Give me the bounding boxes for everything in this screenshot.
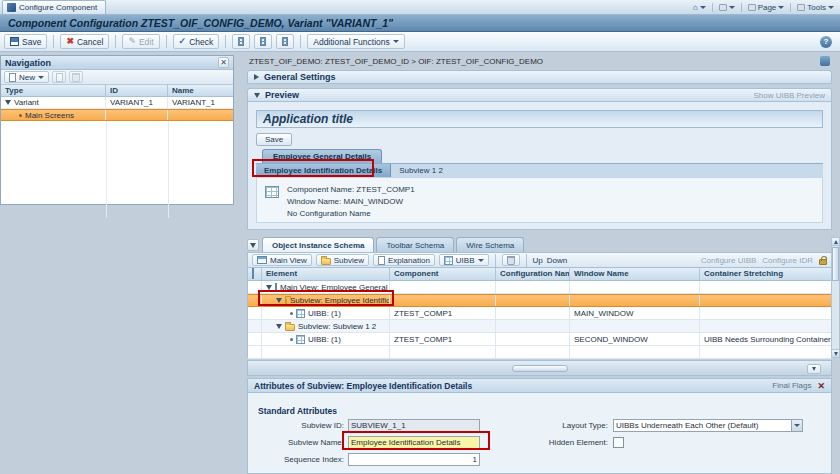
close-navigation-button[interactable]: ✕ <box>218 57 229 68</box>
close-attributes-button[interactable]: ✕ <box>817 381 825 391</box>
table-tool-button[interactable] <box>254 34 272 49</box>
help-button[interactable]: ? <box>820 36 832 48</box>
tab-object-instance-schema[interactable]: Object Instance Schema <box>262 237 374 252</box>
down-button[interactable]: Down <box>547 256 567 265</box>
final-flags-link[interactable]: Final Flags <box>772 381 811 390</box>
table-row[interactable]: Main View: Employee General Det... <box>248 281 831 294</box>
browser-tab[interactable]: Configure Component <box>2 0 106 14</box>
configure-uibb-button[interactable]: Configure UIBB <box>701 256 757 265</box>
page-menu[interactable]: Page <box>748 3 785 12</box>
layout-tool-button[interactable] <box>232 34 250 49</box>
up-button[interactable]: Up <box>533 256 543 265</box>
column-header-element[interactable]: Element <box>262 268 390 280</box>
subview-label: Subview <box>334 256 364 265</box>
expander-icon[interactable] <box>276 298 282 303</box>
subview-id-input[interactable] <box>348 419 480 432</box>
arrow-down-icon <box>834 352 838 356</box>
explanation-button[interactable]: Explanation <box>373 254 435 266</box>
home-button[interactable]: ⌂ <box>693 3 706 12</box>
tab-employee-general-details[interactable]: Employee General Details <box>262 149 382 163</box>
breadcrumb-text[interactable]: ZTEST_OIF_DEMO: ZTEST_OIF_DEMO_ID > OIF:… <box>249 57 543 66</box>
printer-icon <box>719 4 727 11</box>
table-row[interactable]: UIBB: (1) ZTEST_COMP1 MAIN_WINDOW <box>248 307 831 320</box>
delete-button[interactable] <box>69 71 83 83</box>
configuration-name-text: No Configuration Name <box>287 208 415 220</box>
bullet-icon <box>290 338 293 341</box>
splitter-grip[interactable] <box>512 365 568 372</box>
preview-save-button[interactable]: Save <box>256 133 292 146</box>
grid-tool-button[interactable] <box>276 34 294 49</box>
uibb-button[interactable]: UIBB <box>439 254 489 266</box>
edit-icon: ✎ <box>128 37 136 46</box>
sequence-index-input[interactable] <box>348 453 480 466</box>
chevron-down-icon <box>478 259 484 262</box>
tab-wire-schema[interactable]: Wire Schema <box>456 237 524 252</box>
collapse-schema-button[interactable] <box>247 239 259 251</box>
nav-row-variant[interactable]: Variant VARIANT_1 VARIANT_1 <box>1 97 233 109</box>
layout-type-dropdown[interactable]: UIBBs Underneath Each Other (Default) <box>613 419 803 432</box>
schema-column-headers: Element Component Configuration Name Win… <box>247 268 832 281</box>
dropdown-button[interactable] <box>791 420 802 431</box>
chevron-down-icon <box>794 424 800 427</box>
column-divider <box>106 121 107 218</box>
new-button[interactable]: New <box>4 71 49 83</box>
delete-row-button[interactable] <box>502 254 520 266</box>
copy-button[interactable] <box>52 71 66 83</box>
arrow-up-icon <box>834 240 838 244</box>
navigation-toolbar: New <box>1 70 233 85</box>
table-row[interactable]: UIBB: (1) ZTEST_COMP1 SECOND_WINDOW UIBB… <box>248 333 831 346</box>
save-button[interactable]: Save <box>4 34 47 49</box>
subtab-strip: Employee Identification Details Subview … <box>256 163 823 177</box>
column-header-window-name[interactable]: Window Name <box>570 268 700 280</box>
additional-functions-button[interactable]: Additional Functions <box>307 34 405 49</box>
expander-icon[interactable] <box>5 100 11 105</box>
subview-name-input[interactable] <box>348 436 480 449</box>
layout-type-label: Layout Type: <box>500 421 608 430</box>
page-title: Component Configuration ZTEST_OIF_CONFIG… <box>8 17 393 29</box>
check-button[interactable]: ✓ Check <box>173 34 220 49</box>
vertical-scrollbar[interactable] <box>831 237 840 358</box>
print-button[interactable] <box>719 4 735 11</box>
column-header-name[interactable]: Name <box>168 85 233 96</box>
general-settings-section[interactable]: General Settings <box>247 70 832 84</box>
table-row-selected[interactable]: Subview: Employee Identificati <box>248 294 831 307</box>
column-header-type[interactable]: Type <box>1 85 106 96</box>
column-header-component[interactable]: Component <box>390 268 496 280</box>
hidden-element-checkbox[interactable] <box>613 437 624 448</box>
configure-idr-button[interactable]: Configure IDR <box>762 256 813 265</box>
personalize-icon[interactable] <box>820 56 830 66</box>
collapse-icon[interactable] <box>254 93 260 98</box>
column-header-id[interactable]: ID <box>106 85 168 96</box>
divider <box>115 35 116 48</box>
sap-icon <box>7 3 16 12</box>
expand-icon[interactable] <box>254 74 259 80</box>
scroll-up-button[interactable] <box>832 238 839 246</box>
show-uibb-preview-link[interactable]: Show UIBB Preview <box>753 91 825 100</box>
main-view-label: Main View <box>270 256 307 265</box>
expander-icon[interactable] <box>266 285 272 290</box>
column-divider <box>168 121 169 218</box>
expander-icon[interactable] <box>276 324 282 329</box>
cancel-button[interactable]: ✖ Cancel <box>60 34 109 49</box>
tools-menu[interactable]: Tools <box>797 3 834 12</box>
horizontal-splitter[interactable] <box>247 360 832 376</box>
cancel-button-label: Cancel <box>77 37 103 47</box>
cancel-icon: ✖ <box>66 37 74 46</box>
collapse-panel-button[interactable] <box>807 364 821 374</box>
lock-icon <box>819 259 827 265</box>
scroll-down-button[interactable] <box>832 349 839 357</box>
subtab-employee-identification-details[interactable]: Employee Identification Details <box>256 164 391 178</box>
column-header-container-stretching[interactable]: Container Stretching <box>700 268 831 280</box>
nav-row-main-screens[interactable]: Main Screens <box>1 109 233 121</box>
table-row[interactable]: Subview: Subview 1 2 <box>248 320 831 333</box>
subtab-subview-1-2[interactable]: Subview 1 2 <box>391 164 451 178</box>
check-button-label: Check <box>189 37 213 47</box>
main-view-button[interactable]: Main View <box>252 254 312 266</box>
column-header-configuration-name[interactable]: Configuration Name <box>496 268 570 280</box>
edit-button[interactable]: ✎ Edit <box>122 34 159 49</box>
tab-toolbar-schema[interactable]: Toolbar Schema <box>376 237 454 252</box>
preview-section-header[interactable]: Preview Show UIBB Preview <box>247 88 832 102</box>
scrollbar-thumb[interactable] <box>832 247 839 281</box>
hidden-element-label: Hidden Element: <box>500 438 608 447</box>
subview-button[interactable]: Subview <box>316 254 369 266</box>
